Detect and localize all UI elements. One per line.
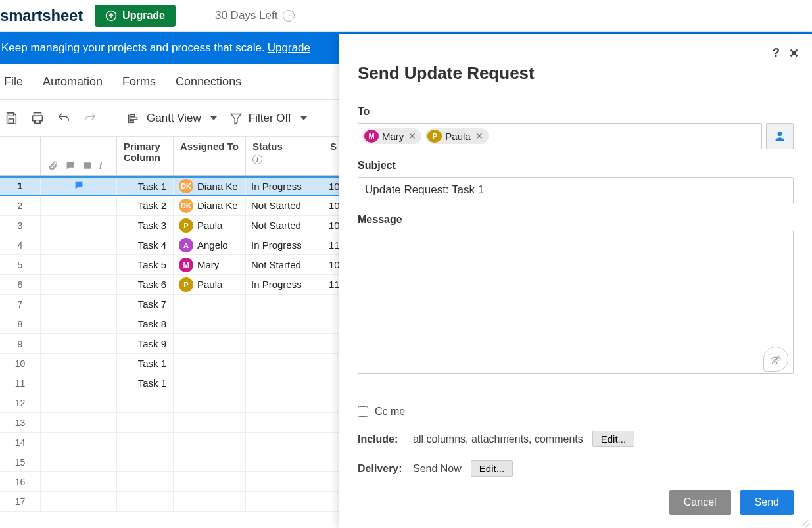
primary-cell[interactable] [117,492,174,511]
assigned-cell[interactable] [174,433,246,452]
to-input[interactable]: MMary✕PPaula✕ [358,123,762,149]
send-button[interactable]: Send [740,490,794,515]
include-value: all columns, attachments, comments [413,433,583,445]
status-cell[interactable] [246,354,323,373]
save-icon[interactable] [4,111,18,126]
message-input[interactable] [358,231,794,374]
primary-cell[interactable]: Task 7 [117,295,174,314]
primary-cell[interactable]: Task 9 [117,334,174,353]
assigned-cell[interactable]: DKDiana Ke [174,196,246,215]
primary-cell[interactable]: Task 5 [117,255,174,274]
primary-cell[interactable]: Task 6 [117,275,174,294]
primary-cell[interactable]: Task 1 [117,354,174,373]
status-cell[interactable]: In Progress [246,275,323,294]
status-cell[interactable] [246,413,323,432]
assigned-cell[interactable] [174,393,246,412]
proof-icon[interactable] [82,160,93,171]
close-icon[interactable]: ✕ [789,46,799,60]
banner-upgrade-link[interactable]: Upgrade [268,41,310,55]
row-indicator-cell [41,255,117,274]
info-icon[interactable]: i [283,10,295,22]
status-cell[interactable] [246,393,323,412]
attachment-icon[interactable] [48,160,59,171]
primary-cell[interactable] [117,472,174,491]
primary-cell[interactable]: Task 8 [117,314,174,333]
status-cell[interactable]: Not Started [246,196,323,215]
status-cell[interactable] [246,334,323,353]
menu-connections[interactable]: Connections [176,75,241,89]
primary-cell[interactable]: Task 2 [117,196,174,215]
filter-icon [229,111,243,126]
status-cell[interactable]: In Progress [246,235,323,254]
subject-input[interactable] [358,177,794,203]
recipient-chip[interactable]: MMary✕ [362,128,421,144]
assigned-cell[interactable]: MMary [174,255,246,274]
svg-rect-4 [35,120,39,123]
upgrade-button[interactable]: Upgrade [95,5,176,27]
to-label: To [358,106,794,118]
assigned-cell[interactable] [174,472,246,491]
undo-icon[interactable] [57,111,71,126]
assigned-cell[interactable]: DKDiana Ke [174,178,246,195]
view-selector[interactable]: Gantt View [127,111,217,126]
menu-forms[interactable]: Forms [122,75,156,89]
row-indicator-cell [41,373,117,393]
assigned-cell[interactable] [174,452,246,471]
primary-cell[interactable]: Task 1 [117,178,174,195]
redo-icon[interactable] [83,111,97,126]
primary-cell[interactable] [117,433,174,452]
primary-cell[interactable]: Task 4 [117,235,174,254]
assigned-cell[interactable] [174,314,246,333]
status-cell[interactable] [246,452,323,471]
recipient-chip[interactable]: PPaula✕ [425,128,488,144]
status-cell[interactable] [246,373,323,393]
assigned-cell[interactable]: PPaula [174,275,246,294]
menu-automation[interactable]: Automation [43,75,103,89]
print-icon[interactable] [30,111,45,126]
status-cell[interactable] [246,314,323,333]
cc-me-checkbox[interactable] [358,406,368,417]
status-cell[interactable]: Not Started [246,216,323,235]
contact-picker-button[interactable] [766,123,794,149]
status-cell[interactable] [246,472,323,491]
header-primary[interactable]: Primary Column [117,137,174,175]
remove-recipient-icon[interactable]: ✕ [408,131,416,141]
include-edit-button[interactable]: Edit... [592,431,634,447]
primary-cell[interactable]: Task 1 [117,373,174,393]
assigned-cell[interactable] [174,334,246,353]
cc-me-row[interactable]: Cc me [358,406,794,418]
delivery-edit-button[interactable]: Edit... [471,460,513,477]
menu-file[interactable]: File [4,75,23,89]
primary-cell[interactable] [117,452,174,471]
primary-cell[interactable] [117,393,174,412]
cancel-button[interactable]: Cancel [669,490,731,515]
assigned-cell[interactable] [174,413,246,432]
header-assigned[interactable]: Assigned To [174,137,246,175]
assigned-cell[interactable] [174,295,246,314]
assigned-cell[interactable] [174,492,246,511]
svg-rect-1 [9,112,13,116]
status-cell[interactable] [246,295,323,314]
info-column-icon[interactable]: i [99,160,110,171]
comment-indicator-icon[interactable] [74,180,84,193]
row-indicator-cell [41,413,117,432]
filter-selector[interactable]: Filter Off [229,111,307,126]
status-cell[interactable] [246,433,323,452]
top-bar: smartsheet Upgrade 30 Days Left i [0,0,812,32]
assigned-cell[interactable]: AAngelo [174,235,246,254]
status-cell[interactable]: Not Started [246,255,323,274]
status-info-icon[interactable]: i [252,155,262,164]
message-label: Message [358,214,794,226]
primary-cell[interactable] [117,413,174,432]
header-status[interactable]: Status i [246,137,323,175]
status-cell[interactable] [246,492,323,511]
assigned-cell[interactable]: PPaula [174,216,246,235]
help-icon[interactable]: ? [773,46,780,60]
remove-recipient-icon[interactable]: ✕ [475,131,483,141]
assigned-cell[interactable] [174,373,246,393]
comment-icon[interactable] [65,160,76,171]
primary-cell[interactable]: Task 3 [117,216,174,235]
resize-handle[interactable] [800,516,809,525]
status-cell[interactable]: In Progress [246,178,323,195]
assigned-cell[interactable] [174,354,246,373]
